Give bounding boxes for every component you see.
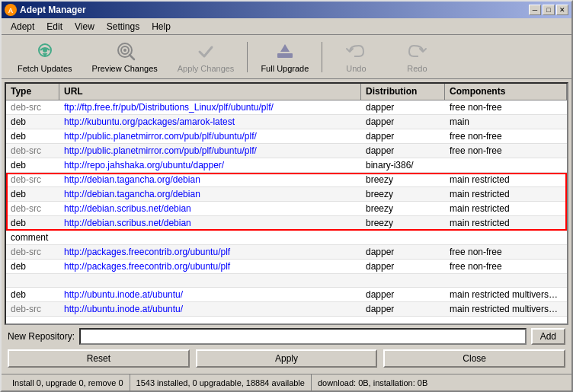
table-body[interactable]: deb-src ftp://ftp.free.fr/pub/Distributi…: [6, 100, 567, 323]
table-row[interactable]: deb-src ftp://ftp.free.fr/pub/Distributi…: [6, 100, 567, 115]
cell-components: free non-free: [445, 245, 567, 259]
fetch-updates-button[interactable]: Fetch Updates: [8, 38, 82, 76]
main-content: Type URL Distribution Components deb-src…: [2, 79, 571, 374]
cell-components: main restricted: [445, 216, 567, 230]
apply-changes-button[interactable]: Apply Changes: [168, 38, 245, 76]
window-title: Adept Manager: [20, 5, 86, 15]
menu-bar: Adept Edit View Settings Help: [2, 18, 571, 35]
redo-button[interactable]: Redo: [386, 38, 447, 76]
cell-type: deb-src: [6, 202, 59, 215]
table-row[interactable]: deb http://repo.jahshaka.org/ubuntu/dapp…: [6, 158, 567, 173]
cell-type: deb: [6, 129, 59, 143]
table-row[interactable]: deb http://packages.freecontrib.org/ubun…: [6, 260, 567, 274]
cell-url: http://packages.freecontrib.org/ubuntu/p…: [59, 260, 361, 273]
table-row[interactable]: deb http://debian.tagancha.org/debian br…: [6, 187, 567, 202]
status-install: Install 0, upgrade 0, remove 0: [6, 374, 130, 390]
status-download: download: 0B, installation: 0B: [312, 374, 434, 390]
cell-url: http://debian.tagancha.org/debian: [59, 187, 361, 201]
cell-type: deb: [6, 260, 59, 273]
redo-label: Redo: [407, 64, 427, 73]
cell-components: free non-free: [445, 144, 567, 158]
table-row[interactable]: [6, 274, 567, 288]
cell-distribution: dapper: [361, 302, 445, 316]
cell-components: main restricted multiverse u...: [445, 288, 567, 301]
close-button[interactable]: ✕: [556, 5, 568, 15]
cell-type: deb: [6, 158, 59, 172]
app-icon: A: [5, 4, 17, 16]
undo-button[interactable]: Undo: [325, 38, 386, 76]
svg-point-3: [43, 48, 47, 53]
cell-components: [445, 158, 567, 172]
repository-table: Type URL Distribution Components deb-src…: [5, 82, 568, 325]
add-button[interactable]: Add: [531, 328, 565, 345]
svg-rect-7: [277, 53, 293, 58]
cell-url: http://packages.freecontrib.org/ubuntu/p…: [59, 245, 361, 259]
cell-distribution: breezy: [361, 202, 445, 215]
title-bar-buttons: ─ □ ✕: [529, 5, 568, 15]
cell-components: [445, 231, 567, 244]
toolbar-separator-2: [322, 42, 322, 72]
cell-distribution: dapper: [361, 288, 445, 301]
apply-changes-label: Apply Changes: [178, 64, 235, 73]
full-upgrade-icon: [273, 41, 297, 62]
table-row[interactable]: deb-src http://public.planetmirror.com/p…: [6, 144, 567, 158]
table-row[interactable]: deb-src http://packages.freecontrib.org/…: [6, 245, 567, 260]
full-upgrade-label: Full Upgrade: [261, 64, 309, 73]
apply-changes-icon: [194, 41, 218, 62]
cell-distribution: dapper: [361, 144, 445, 158]
cell-type: deb-src: [6, 302, 59, 316]
cell-components: free non-free: [445, 260, 567, 273]
cell-distribution: dapper: [361, 129, 445, 143]
menu-edit[interactable]: Edit: [40, 20, 69, 33]
table-row[interactable]: comment: [6, 231, 567, 245]
header-url: URL: [59, 84, 361, 100]
cell-url: http://repo.jahshaka.org/ubuntu/dapper/: [59, 158, 361, 172]
cell-distribution: dapper: [361, 260, 445, 273]
cell-url: http://debian.scribus.net/debian: [59, 202, 361, 215]
table-row[interactable]: deb http://debian.scribus.net/debian bre…: [6, 216, 567, 231]
highlight-group: deb-src http://debian.tagancha.org/debia…: [6, 173, 567, 231]
status-installed: 1543 installed, 0 upgradable, 18884 avai…: [130, 374, 312, 390]
close-button-bottom[interactable]: Close: [383, 349, 565, 368]
cell-distribution: breezy: [361, 187, 445, 201]
cell-type: deb: [6, 115, 59, 129]
preview-changes-button[interactable]: Preview Changes: [82, 38, 168, 76]
cell-type: deb-src: [6, 173, 59, 186]
apply-button[interactable]: Apply: [196, 349, 378, 368]
header-type: Type: [6, 84, 59, 100]
reset-button[interactable]: Reset: [8, 349, 190, 368]
new-repo-input[interactable]: [79, 328, 527, 345]
maximize-button[interactable]: □: [543, 5, 555, 15]
header-distribution: Distribution: [361, 84, 445, 100]
table-row[interactable]: deb http://public.planetmirror.com/pub/p…: [6, 129, 567, 144]
preview-changes-label: Preview Changes: [92, 64, 158, 73]
cell-type: deb: [6, 216, 59, 230]
cell-distribution: binary-i386/: [361, 158, 445, 172]
cell-url: ftp://ftp.free.fr/pub/Distributions_Linu…: [59, 100, 361, 114]
cell-type: deb-src: [6, 100, 59, 114]
redo-icon: [405, 41, 429, 62]
cell-url: http://debian.scribus.net/debian: [59, 216, 361, 230]
menu-view[interactable]: View: [69, 20, 101, 33]
status-bar: Install 0, upgrade 0, remove 0 1543 inst…: [2, 374, 571, 390]
cell-type: deb: [6, 187, 59, 201]
cell-components: main restricted multiverse u...: [445, 302, 567, 316]
menu-adept[interactable]: Adept: [5, 20, 40, 33]
table-row[interactable]: deb-src http://ubuntu.inode.at/ubuntu/ d…: [6, 302, 567, 317]
table-row[interactable]: deb http://ubuntu.inode.at/ubuntu/ dappe…: [6, 288, 567, 302]
menu-help[interactable]: Help: [146, 20, 177, 33]
undo-icon: [344, 41, 368, 62]
fetch-updates-icon: [33, 41, 57, 62]
preview-changes-icon: [113, 41, 137, 62]
table-row[interactable]: deb-src http://debian.tagancha.org/debia…: [6, 173, 567, 187]
cell-url: http://ubuntu.inode.at/ubuntu/: [59, 302, 361, 316]
title-bar: A Adept Manager ─ □ ✕: [2, 2, 571, 18]
cell-url: [59, 231, 361, 244]
menu-settings[interactable]: Settings: [101, 20, 146, 33]
table-row[interactable]: deb http://kubuntu.org/packages/amarok-l…: [6, 115, 567, 129]
cell-distribution: dapper: [361, 245, 445, 259]
full-upgrade-button[interactable]: Full Upgrade: [251, 38, 319, 76]
minimize-button[interactable]: ─: [529, 5, 541, 15]
table-row[interactable]: deb-src http://debian.scribus.net/debian…: [6, 202, 567, 216]
cell-components: main restricted: [445, 187, 567, 201]
